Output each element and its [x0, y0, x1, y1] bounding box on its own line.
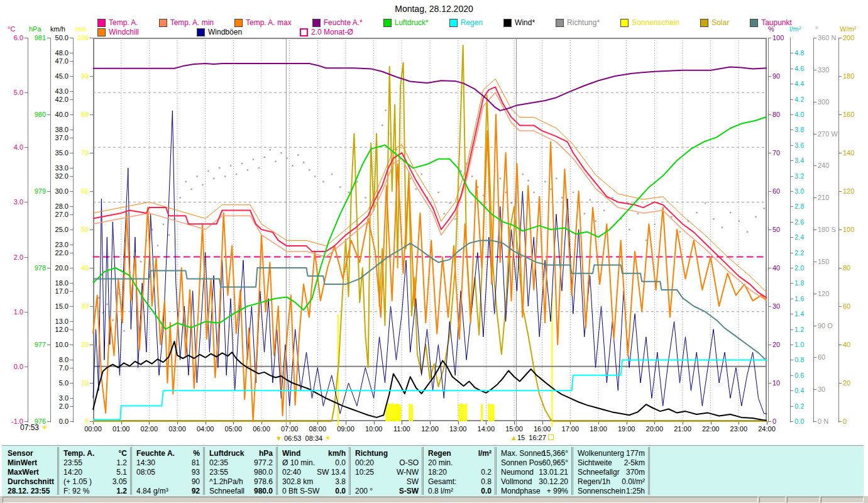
tick	[813, 357, 816, 358]
tick-label: 20	[843, 379, 850, 387]
legend-item-regen: Regen	[449, 18, 483, 27]
series-dot-richtung	[511, 202, 513, 204]
tick-label: 0.0	[0, 363, 23, 370]
tick	[790, 99, 793, 100]
status-pane-1	[3, 497, 758, 503]
tick	[70, 138, 73, 138]
info-value: 2-5km	[624, 458, 645, 467]
row-label: MinWert	[8, 458, 37, 467]
tick	[768, 306, 771, 307]
series-dot-richtung	[185, 181, 187, 183]
series-dot-richtung	[696, 212, 698, 214]
tick-label: 100	[63, 34, 89, 41]
series-dot-richtung	[331, 174, 333, 175]
weather-chart-window: Montag, 28.12.2020 Temp. A.Temp. A. minT…	[0, 0, 868, 503]
tick-label: 981	[21, 34, 46, 41]
tick	[838, 191, 842, 192]
legend-label: Wind*	[515, 18, 535, 27]
tick-label: 47.0	[43, 57, 69, 65]
tick-label: 120	[843, 187, 854, 195]
tick-label: 140	[843, 149, 854, 157]
axis-header-kmh: km/h	[50, 25, 65, 33]
tick-label: 40	[843, 341, 850, 348]
series-dot-richtung	[280, 152, 282, 154]
x-tick-label: 20:00	[640, 425, 668, 433]
series-dot-richtung	[224, 175, 226, 177]
tick-label: 150	[818, 258, 829, 265]
tick-label: 160	[843, 111, 854, 118]
tick	[790, 299, 793, 299]
legend-label: Sonnenschein	[632, 18, 679, 27]
tick-label: 4.0	[794, 111, 804, 118]
tick	[790, 145, 793, 146]
series-dot-richtung	[275, 161, 277, 162]
series-dot-richtung	[713, 218, 715, 220]
tick	[70, 291, 73, 292]
x-tick	[346, 421, 346, 424]
tick	[70, 61, 73, 62]
tick-label: 43.0	[43, 87, 69, 95]
tick	[813, 389, 816, 390]
row-label: Durchschnitt	[8, 477, 54, 486]
status-pane-3	[787, 497, 820, 503]
tick-label: 978	[21, 264, 46, 272]
legend-swatch-icon	[300, 28, 308, 36]
series-dot-richtung	[213, 178, 215, 180]
stats-table: SensorMinWertMaxWertDurchschnitt28.12. 2…	[2, 445, 864, 497]
tick-label: 200	[843, 34, 854, 41]
series-dot-richtung	[671, 216, 673, 218]
legend-swatch-icon	[97, 28, 106, 36]
legend-label: Windböen	[208, 28, 242, 36]
tick	[813, 165, 816, 166]
series-dot-richtung	[544, 181, 546, 183]
x-tick-label: 03:00	[163, 425, 191, 433]
tick-label: 1.6	[794, 295, 804, 302]
tick	[790, 406, 793, 407]
tick-label: 20	[63, 341, 89, 348]
tick	[813, 294, 816, 294]
series-dot-richtung	[365, 197, 366, 199]
series-dot-richtung	[348, 192, 349, 194]
series-dot-richtung	[573, 192, 574, 194]
tick	[768, 383, 771, 384]
tick	[838, 345, 842, 345]
tick-label: 13.0	[43, 318, 69, 325]
cell-value: 978.6	[254, 477, 273, 486]
series-dot-richtung	[106, 304, 108, 306]
tick-label: 1.2	[794, 326, 804, 333]
tick-label: 300	[818, 98, 829, 106]
tick	[25, 92, 28, 93]
tick	[838, 421, 842, 422]
cell-value: 0.0	[335, 487, 346, 495]
tick	[25, 367, 28, 367]
legend-item-windb-en: Windböen	[197, 28, 242, 36]
tick-label: 30	[818, 385, 825, 393]
cell-value: SW	[407, 477, 419, 486]
x-tick-label: 22:00	[697, 425, 725, 433]
col-unit: km/h	[328, 449, 346, 458]
tick	[790, 130, 793, 130]
series-dot-richtung	[157, 245, 159, 246]
x-tick-label: 18:00	[585, 425, 612, 433]
series-dot-richtung	[561, 197, 563, 199]
legend-label: Windchill	[109, 28, 139, 36]
tick	[790, 206, 793, 207]
tick-label: 20	[772, 341, 780, 348]
tick	[768, 38, 771, 38]
sunset-annotation: ▲15 16:27	[510, 434, 554, 441]
up-arrow-icon: ▲	[510, 434, 517, 441]
table-col-regen: Regenl/m²20 min.18:200.2Gesamt:0.80.8 l/…	[422, 447, 495, 495]
cell-value: 0.2	[481, 468, 492, 477]
legend-label: Temp. A.	[109, 18, 138, 27]
x-tick-label: 15:00	[500, 425, 528, 433]
legend-swatch-icon	[750, 19, 758, 27]
tick	[790, 283, 793, 284]
series-dot-richtung	[738, 220, 740, 222]
tick	[70, 321, 73, 322]
dawn-time-label: 07:53	[20, 423, 39, 432]
tick-label: 3.0	[43, 394, 69, 402]
tick-label: 10	[63, 379, 89, 387]
tick	[70, 91, 73, 92]
legend-item-2-0-monat-: 2.0 Monat-Ø	[300, 28, 353, 36]
tick-label: 6.0	[0, 34, 23, 41]
